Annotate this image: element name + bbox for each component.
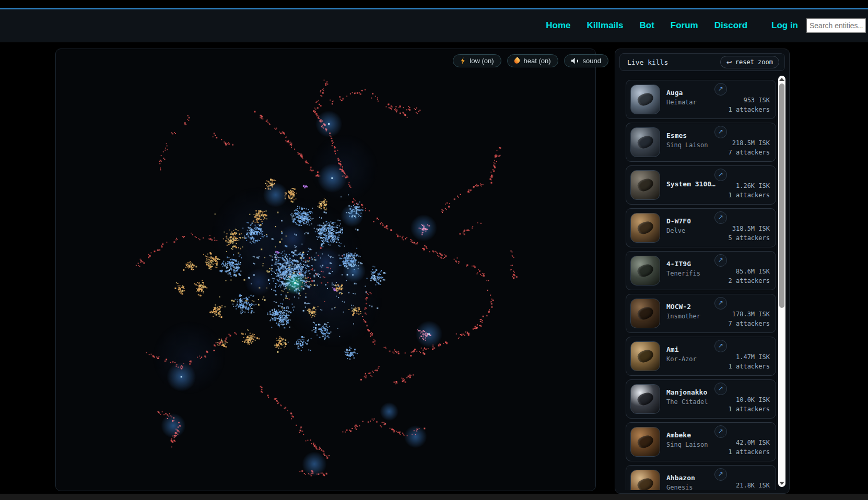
- map-button-label: low (on): [470, 57, 494, 65]
- open-killmail-button[interactable]: ↗: [714, 169, 727, 181]
- kill-isk-value: 42.0M ISK: [736, 439, 770, 446]
- map-button-heat[interactable]: heat (on): [507, 54, 558, 67]
- kill-card[interactable]: AhbazonGenesis21.8K ISK1 attackers↗: [626, 465, 776, 490]
- kill-attackers-count: 7 attackers: [729, 320, 770, 327]
- flame-icon: [513, 57, 521, 65]
- nav-item-discord[interactable]: Discord: [714, 20, 747, 31]
- kill-isk-value: 318.5M ISK: [732, 225, 770, 232]
- nav-item-home[interactable]: Home: [546, 20, 570, 31]
- reset-zoom-label: reset zoom: [735, 58, 773, 66]
- map-button-label: heat (on): [524, 57, 551, 65]
- nav-item-forum[interactable]: Forum: [671, 20, 698, 31]
- kill-region: Delve: [666, 227, 685, 234]
- kill-isk-value: 178.3M ISK: [732, 311, 770, 318]
- kill-attackers-count: 1 attackers: [729, 363, 770, 370]
- ship-thumbnail: [630, 427, 660, 457]
- ship-thumbnail: [630, 470, 660, 490]
- kill-card[interactable]: System 3100…1.26K ISK1 attackers↗: [626, 165, 776, 205]
- ship-silhouette: [636, 304, 655, 322]
- open-killmail-button[interactable]: ↗: [714, 340, 727, 352]
- open-killmail-button[interactable]: ↗: [714, 83, 727, 96]
- ship-thumbnail: [630, 85, 660, 114]
- ship-silhouette: [636, 133, 655, 151]
- open-killmail-button[interactable]: ↗: [714, 211, 727, 224]
- kill-map-canvas[interactable]: [56, 49, 594, 490]
- ship-thumbnail: [630, 384, 660, 414]
- kill-card[interactable]: AmbekeSinq Laison42.0M ISK1 attackers↗: [626, 422, 776, 461]
- kill-isk-value: 21.8K ISK: [736, 482, 770, 489]
- open-killmail-button[interactable]: ↗: [714, 254, 727, 267]
- kill-region: The Citadel: [666, 398, 708, 406]
- kill-card[interactable]: MOCW-2Insmother178.3M ISK7 attackers↗: [626, 294, 776, 333]
- nav-item-killmails[interactable]: Killmails: [587, 20, 624, 31]
- reset-zoom-icon: ↩: [726, 58, 732, 66]
- nav-item-bot[interactable]: Bot: [640, 20, 654, 31]
- kill-system-name: Ambeke: [666, 431, 691, 439]
- kill-map-panel: [55, 49, 596, 491]
- ship-thumbnail: [630, 256, 660, 285]
- ship-silhouette: [636, 90, 655, 108]
- bolt-icon: [460, 57, 465, 64]
- kill-attackers-count: 1 attackers: [729, 106, 770, 113]
- footer-strip: [0, 494, 868, 500]
- kill-system-name: Ami: [666, 346, 678, 353]
- open-killmail-button[interactable]: ↗: [714, 383, 727, 395]
- kill-attackers-count: 2 attackers: [729, 277, 770, 284]
- kill-region: Sinq Laison: [666, 441, 708, 448]
- kill-system-name: Ahbazon: [666, 474, 695, 482]
- kill-card[interactable]: D-W7F0Delve318.5M ISK5 attackers↗: [626, 208, 776, 247]
- ship-silhouette: [636, 176, 655, 194]
- map-button-low[interactable]: low (on): [453, 54, 501, 67]
- sidebar-header: Live kills ↩ reset zoom: [619, 53, 785, 71]
- ship-thumbnail: [630, 127, 660, 157]
- map-button-label: sound: [583, 57, 601, 65]
- kill-card[interactable]: 4-IT9GTenerifis85.6M ISK2 attackers↗: [626, 251, 776, 290]
- map-toggle-buttons: low (on)heat (on)sound: [0, 54, 608, 67]
- speaker-icon: [571, 58, 579, 64]
- kill-list: AugaHeimatar953 ISK1 attackers↗EsmesSinq…: [626, 80, 776, 490]
- kill-system-name: Esmes: [666, 132, 687, 139]
- ship-silhouette: [636, 475, 655, 490]
- live-kills-sidebar: Live kills ↩ reset zoom AugaHeimatar953 …: [615, 49, 790, 494]
- kill-attackers-count: 1 attackers: [729, 192, 770, 199]
- scrollbar-down-arrow-icon[interactable]: [779, 482, 784, 485]
- kill-system-name: D-W7F0: [666, 217, 691, 225]
- ship-silhouette: [636, 347, 655, 365]
- reset-zoom-button[interactable]: ↩ reset zoom: [720, 56, 779, 68]
- kill-isk-value: 218.5M ISK: [732, 139, 770, 147]
- ship-silhouette: [636, 433, 655, 450]
- open-killmail-button[interactable]: ↗: [714, 425, 727, 438]
- scrollbar[interactable]: [778, 76, 785, 487]
- kill-attackers-count: 7 attackers: [729, 149, 770, 156]
- ship-silhouette: [636, 219, 655, 236]
- kill-card[interactable]: ManjonakkoThe Citadel10.0K ISK1 attacker…: [626, 379, 776, 419]
- kill-isk-value: 1.26K ISK: [736, 182, 770, 189]
- map-button-sound[interactable]: sound: [564, 54, 608, 67]
- kill-isk-value: 85.6M ISK: [736, 268, 770, 275]
- open-killmail-button[interactable]: ↗: [714, 126, 727, 138]
- kill-isk-value: 10.0K ISK: [736, 396, 770, 403]
- kill-card[interactable]: AmiKor-Azor1.47M ISK1 attackers↗: [626, 337, 776, 376]
- kill-isk-value: 1.47M ISK: [736, 353, 770, 361]
- ship-thumbnail: [630, 299, 660, 328]
- login-link[interactable]: Log in: [771, 20, 798, 31]
- nav-links: Home Killmails Bot Forum Discord: [546, 20, 747, 31]
- kill-card[interactable]: EsmesSinq Laison218.5M ISK7 attackers↗: [626, 123, 776, 162]
- sidebar-title: Live kills: [627, 58, 668, 66]
- kill-system-name: Manjonakko: [666, 388, 707, 396]
- kill-system-name: System 3100…: [666, 180, 715, 188]
- kill-region: Sinq Laison: [666, 141, 708, 149]
- kill-system-name: Auga: [666, 89, 683, 97]
- kill-attackers-count: 5 attackers: [729, 234, 770, 242]
- open-killmail-button[interactable]: ↗: [714, 468, 727, 481]
- kill-system-name: 4-IT9G: [666, 260, 691, 268]
- kill-region: Tenerifis: [666, 270, 700, 277]
- open-killmail-button[interactable]: ↗: [714, 297, 727, 309]
- scrollbar-up-arrow-icon[interactable]: [779, 78, 784, 81]
- navbar: Home Killmails Bot Forum Discord Log in: [0, 9, 868, 42]
- scrollbar-thumb[interactable]: [779, 84, 784, 308]
- kill-isk-value: 953 ISK: [743, 97, 770, 104]
- search-input[interactable]: [806, 18, 866, 33]
- kill-card[interactable]: AugaHeimatar953 ISK1 attackers↗: [626, 80, 776, 119]
- kill-region: Heimatar: [666, 99, 697, 106]
